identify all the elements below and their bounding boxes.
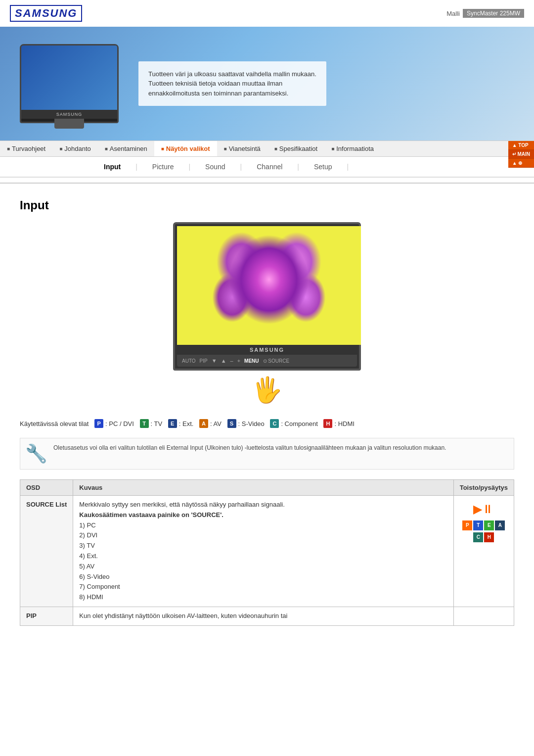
nav-item-asentaminen[interactable]: Asentaminen — [98, 141, 154, 156]
badge-h-action: H — [484, 532, 494, 542]
signal-pc-dvi: : PC / DVI — [105, 420, 134, 427]
cell-osd-source: SOURCE List — [20, 496, 73, 607]
ctrl-auto[interactable]: AUTO — [182, 358, 196, 364]
note-icon: 🔧 — [25, 443, 47, 464]
cell-osd-pip: PIP — [20, 607, 73, 625]
action-row-2: C H — [473, 532, 494, 542]
badge-s-action: C — [473, 532, 483, 542]
banner-text: Tuotteen väri ja ulkoasu saattavat vaihd… — [138, 61, 326, 106]
cell-kuvaus-pip: Kun olet yhdistänyt näyttöön ulkoisen AV… — [73, 607, 453, 625]
badge-p: P — [94, 419, 103, 428]
nav-item-johdanto[interactable]: Johdanto — [52, 141, 98, 156]
monitor-frame: SAMSUNG AUTO PIP ▼ ▲ – + MENU ⊙ SOURCE — [173, 222, 361, 371]
ctrl-down[interactable]: ▼ — [212, 358, 217, 364]
monitor-controls: AUTO PIP ▼ ▲ – + MENU ⊙ SOURCE — [177, 355, 357, 367]
table-row: PIP Kun olet yhdistänyt näyttöön ulkoise… — [20, 607, 514, 625]
cell-kuvaus-source: Merkkivalo syttyy sen merkiksi, että näy… — [73, 496, 453, 607]
badge-e-action: E — [484, 520, 494, 530]
col-header-kuvaus: Kuvaus — [73, 480, 453, 496]
monitor-display: SAMSUNG AUTO PIP ▼ ▲ – + MENU ⊙ SOURCE 🖐 — [20, 222, 514, 404]
nav-back-button[interactable]: ▲ ⊕ — [508, 159, 534, 168]
badge-a: A — [199, 419, 208, 428]
ctrl-plus[interactable]: + — [237, 358, 240, 364]
table-row: SOURCE List Merkkivalo syttyy sen merkik… — [20, 496, 514, 607]
table-header-row: OSD Kuvaus Toisto/pysäytys — [20, 480, 514, 496]
ctrl-source[interactable]: ⊙ SOURCE — [263, 358, 290, 364]
data-table: OSD Kuvaus Toisto/pysäytys SOURCE List M… — [20, 479, 514, 626]
ctrl-up[interactable]: ▲ — [221, 358, 226, 364]
badge-a-action: A — [495, 520, 505, 530]
col-header-toisto: Toisto/pysäytys — [453, 480, 514, 496]
col-header-osd: OSD — [20, 480, 73, 496]
badge-p-action: P — [462, 520, 472, 530]
samsung-logo: SAMSUNG — [10, 5, 82, 22]
signal-hdmi: : HDMI — [334, 420, 354, 427]
nav-item-vianetsinta[interactable]: Vianetsintä — [217, 141, 267, 156]
nav-item-nayton-valikot[interactable]: Näytön valikot — [154, 141, 217, 156]
cell-action-source: ▶⏸ P T E A C H — [453, 496, 514, 607]
model-info: Malli SyncMaster 225MW — [446, 9, 524, 18]
badge-s: S — [227, 419, 236, 428]
nav-item-informaatiota[interactable]: Informaatiota — [324, 141, 381, 156]
badge-t: T — [140, 419, 149, 428]
play-icon: ▶⏸ — [473, 500, 494, 519]
signal-prefix: Käytettävissä olevat tilat — [20, 420, 89, 427]
note-text: Oletusasetus voi olla eri valitun tuloti… — [53, 443, 446, 452]
page-header: SAMSUNG Malli SyncMaster 225MW — [0, 0, 534, 27]
nav-top-button[interactable]: ▲ TOP — [508, 141, 534, 150]
ctrl-pip[interactable]: PIP — [200, 358, 208, 364]
model-label: Malli — [446, 10, 460, 17]
sub-nav: Input | Picture | Sound | Channel | Setu… — [0, 157, 534, 178]
action-icons: ▶⏸ P T E A C H — [460, 500, 508, 542]
signal-info: Käytettävissä olevat tilat P : PC / DVI … — [20, 419, 514, 428]
nav-bar: Turvaohjeet Johdanto Asentaminen Näytön … — [0, 141, 534, 157]
nav-item-spesifikaatiot[interactable]: Spesifikaatiot — [267, 141, 324, 156]
note-box: 🔧 Oletusasetus voi olla eri valitun tulo… — [20, 438, 514, 470]
divider — [0, 183, 534, 184]
sep5: | — [347, 163, 349, 171]
tab-input[interactable]: Input — [89, 161, 135, 173]
nav-item-turvaohjeet[interactable]: Turvaohjeet — [0, 141, 52, 156]
signal-svideo: : S-Video — [238, 420, 265, 427]
nav-main-button[interactable]: ↵ MAIN — [508, 150, 534, 159]
action-row-1: P T E A — [462, 520, 505, 530]
tab-channel[interactable]: Channel — [242, 161, 297, 173]
signal-av: : AV — [210, 420, 222, 427]
badge-e: E — [168, 419, 177, 428]
model-name: SyncMaster 225MW — [463, 9, 524, 18]
tab-picture[interactable]: Picture — [137, 161, 189, 173]
monitor-screen — [177, 226, 361, 345]
nav-side-buttons: ▲ TOP ↵ MAIN ▲ ⊕ — [508, 141, 534, 156]
signal-ext: : Ext. — [179, 420, 194, 427]
tab-setup[interactable]: Setup — [299, 161, 347, 173]
signal-tv: : TV — [151, 420, 163, 427]
tab-sound[interactable]: Sound — [190, 161, 240, 173]
banner: SAMSUNG Tuotteen väri ja ulkoasu saattav… — [0, 27, 534, 141]
ctrl-menu[interactable]: MENU — [244, 358, 259, 364]
banner-monitor: SAMSUNG — [20, 44, 119, 123]
signal-component: : Component — [281, 420, 317, 427]
banner-monitor-stand — [54, 119, 84, 129]
badge-h: H — [323, 419, 332, 428]
page-title: Input — [20, 198, 514, 212]
ctrl-minus[interactable]: – — [230, 358, 233, 364]
main-content: Input SAMSUNG AUTO PIP ▼ ▲ – + MENU ⊙ SO… — [0, 189, 534, 636]
cell-action-pip — [453, 607, 514, 625]
badge-t-action: T — [473, 520, 483, 530]
banner-monitor-screen — [21, 46, 117, 110]
remote-hand-icon: 🖐 — [252, 376, 282, 404]
monitor-brand: SAMSUNG — [177, 345, 357, 355]
badge-c: C — [270, 419, 279, 428]
